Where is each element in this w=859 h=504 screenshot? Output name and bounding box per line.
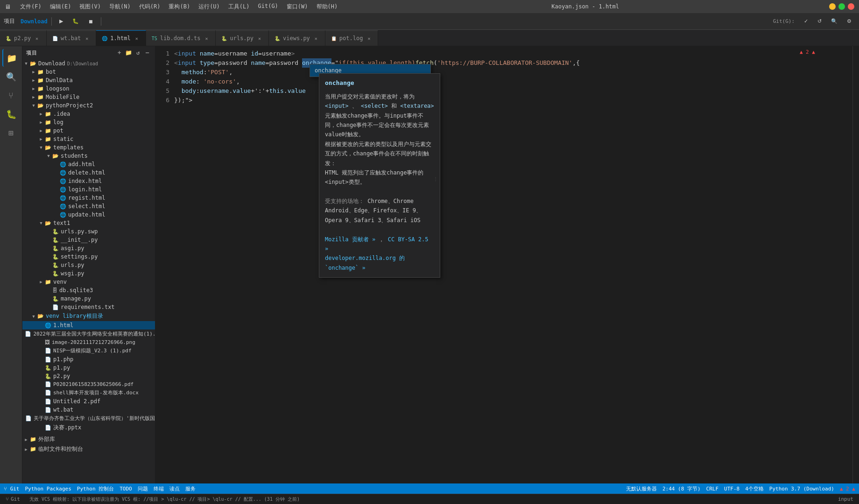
status-python-console[interactable]: Python 控制台	[77, 485, 114, 492]
tree-item-venv[interactable]: ▶ 📁 venv	[22, 278, 155, 286]
docs-source-link[interactable]: developer.mozilla.org 的 `onchange` »	[325, 255, 405, 271]
tab-close-viewspy[interactable]: ✕	[313, 35, 319, 42]
tree-item-templates[interactable]: ▼ 📂 templates	[22, 143, 155, 152]
menu-nav[interactable]: 导航(N)	[106, 2, 134, 12]
tree-item-shellfile[interactable]: ▶ 📄 shell脚本开发项目-发布版本.docx	[22, 388, 155, 397]
minimize-button[interactable]: —	[829, 3, 836, 10]
tree-item-untitled2[interactable]: ▶ 📄 Untitled 2.pdf	[22, 397, 155, 406]
menu-window[interactable]: 窗口(W)	[283, 2, 312, 12]
menu-tools[interactable]: 工具(L)	[225, 2, 253, 12]
tree-item-venv-lib[interactable]: ▼ 📂 venv library根目录	[22, 311, 155, 321]
maximize-button[interactable]: □	[838, 3, 845, 10]
menu-git[interactable]: Git(G)	[254, 2, 282, 12]
tree-item-loogson[interactable]: ▶ 📁 loogson	[22, 84, 155, 93]
status-spaces[interactable]: 4个空格	[745, 485, 764, 492]
status-charset[interactable]: UTF-8	[724, 486, 739, 492]
tab-p2py[interactable]: 🐍 p2.py ✕	[0, 30, 47, 46]
tree-item-extlib[interactable]: ▶ 📁 外部库	[22, 434, 155, 444]
activity-extensions[interactable]: ⊞	[2, 124, 20, 141]
tree-item-mobilefile[interactable]: ▶ 📁 MobileFile	[22, 93, 155, 101]
tree-item-urlspyswp[interactable]: ▶ 🐍 urls.py.swp	[22, 227, 155, 236]
status-line-col[interactable]: 2:44 (8 字节)	[662, 485, 701, 492]
activity-explorer[interactable]: 📁	[2, 49, 20, 67]
tree-item-settingspy[interactable]: ▶ 🐍 settings.py	[22, 252, 155, 261]
tree-item-download[interactable]: ▼ 📂 Download D:\Download	[22, 59, 155, 68]
tree-item-1html-selected[interactable]: ▶ 🌐 1.html	[22, 321, 155, 329]
status-problems[interactable]: 问题	[138, 485, 148, 492]
tab-wtbat[interactable]: 📄 wt.bat ✕	[47, 30, 96, 46]
tree-item-univ[interactable]: ▶ 📄 关于举办齐鲁工业大学（山东省科学院）'新时代版国	[22, 414, 155, 423]
activity-git[interactable]: ⑂	[2, 86, 20, 104]
tab-close-p2py[interactable]: ✕	[34, 35, 40, 42]
settings-button[interactable]: ⚙	[843, 17, 855, 26]
tree-item-dwnldata[interactable]: ▶ 📁 DwnlData	[22, 76, 155, 84]
menu-view[interactable]: 视图(V)	[76, 2, 105, 12]
tree-item-idea[interactable]: ▶ 📁 .idea	[22, 110, 155, 118]
activity-search[interactable]: 🔍	[2, 68, 20, 85]
tree-item-students[interactable]: ▼ 📂 students	[22, 152, 155, 160]
status-git[interactable]: ⑂ Git	[4, 486, 20, 492]
sidebar-new-folder[interactable]: 📁	[125, 49, 133, 56]
sidebar-new-file[interactable]: +	[116, 49, 123, 56]
status-python-version[interactable]: Python 3.7 (Download)	[769, 486, 834, 492]
tree-item-asgipy[interactable]: ▶ 🐍 asgi.py	[22, 244, 155, 252]
menu-bar[interactable]: 文件(F) 编辑(E) 视图(V) 导航(N) 代码(R) 重构(B) 运行(U…	[16, 2, 341, 12]
tree-item-pdffile[interactable]: ▶ 📄 P020210615823530625066.pdf	[22, 380, 155, 388]
tree-item-log[interactable]: ▶ 📁 log	[22, 118, 155, 126]
bottom-git[interactable]: ⑂ Git	[4, 496, 22, 502]
tree-item-p2pyfile[interactable]: ▶ 🐍 p2.py	[22, 372, 155, 380]
menu-help[interactable]: 帮助(H)	[313, 2, 342, 12]
tree-item-deletehtml[interactable]: ▶ 🌐 delete.html	[22, 168, 155, 177]
menu-edit[interactable]: 编辑(E)	[46, 2, 75, 12]
tab-urlspy[interactable]: 🐍 urls.py ✕	[216, 30, 269, 46]
tree-item-static[interactable]: ▶ 📁 static	[22, 135, 155, 143]
tree-item-initpy[interactable]: ▶ 🐍 __init__.py	[22, 236, 155, 244]
run-button[interactable]: ▶	[56, 17, 67, 26]
tree-item-managepy[interactable]: ▶ 🐍 manage.py	[22, 294, 155, 303]
close-button[interactable]: ✕	[848, 3, 854, 10]
sidebar-refresh[interactable]: ↺	[134, 49, 142, 56]
tree-item-text1[interactable]: ▼ 📂 text1	[22, 219, 155, 227]
menu-refactor[interactable]: 重构(B)	[165, 2, 194, 12]
tree-item-p1pyfile[interactable]: ▶ 🐍 p1.py	[22, 364, 155, 372]
tab-libdom[interactable]: TS lib.dom.d.ts ✕	[146, 30, 216, 46]
tab-potlog[interactable]: 📋 pot.log ✕	[325, 30, 379, 46]
status-read[interactable]: 读点	[169, 485, 180, 492]
tree-item-wsgipy[interactable]: ▶ 🐍 wsgi.py	[22, 269, 155, 278]
tree-item-tmpfiles[interactable]: ▶ 📁 临时文件和控制台	[22, 444, 155, 454]
tree-item-final[interactable]: ▶ 📄 决赛.pptx	[22, 423, 155, 433]
status-no-server[interactable]: 无默认服务器	[626, 485, 657, 492]
tab-1html[interactable]: 🌐 1.html ✕	[96, 30, 146, 46]
tab-viewspy[interactable]: 🐍 views.py ✕	[269, 30, 325, 46]
status-python-packages[interactable]: Python Packages	[25, 486, 71, 492]
tree-item-requirementstxt[interactable]: ▶ 📄 requirements.txt	[22, 303, 155, 311]
search-button[interactable]: 🔍	[827, 17, 841, 26]
tab-close-libdom[interactable]: ✕	[203, 35, 210, 42]
git-refresh-button[interactable]: ↺	[814, 17, 825, 26]
tab-close-1html[interactable]: ✕	[134, 35, 140, 42]
debug-button[interactable]: 🐛	[69, 17, 83, 26]
menu-code[interactable]: 代码(R)	[135, 2, 164, 12]
status-end[interactable]: 终端	[154, 485, 164, 492]
tree-item-wtbatfile[interactable]: ▶ 📄 wt.bat	[22, 406, 155, 414]
git-check-button[interactable]: ✓	[800, 17, 812, 26]
tree-item-pythonproject2[interactable]: ▼ 📂 pythonProject2	[22, 101, 155, 110]
tree-item-addhtml[interactable]: ▶ 🌐 add.html	[22, 160, 155, 168]
tree-item-updatehtml[interactable]: ▶ 🌐 update.html	[22, 210, 155, 219]
tree-item-nispfile[interactable]: ▶ 📄 NISP一级模拟题_V2.3 (1).pdf	[22, 346, 155, 355]
tree-item-indexhtml[interactable]: ▶ 🌐 index.html	[22, 177, 155, 185]
activity-debug[interactable]: 🐛	[2, 105, 20, 123]
stop-button[interactable]: ⏹	[84, 17, 97, 26]
tree-item-pot[interactable]: ▶ 📁 pot	[22, 126, 155, 135]
tree-item-bot[interactable]: ▶ 📁 bot	[22, 68, 155, 76]
tab-close-potlog[interactable]: ✕	[366, 35, 372, 42]
status-service[interactable]: 服务	[185, 485, 196, 492]
tree-item-dbsqlite3[interactable]: ▶ 🗄 db.sqlite3	[22, 286, 155, 294]
menu-file[interactable]: 文件(F)	[16, 2, 45, 12]
docs-mozilla-link[interactable]: Mozilla 贡献者 »	[325, 236, 375, 243]
tree-item-loginhtml[interactable]: ▶ 🌐 login.html	[22, 185, 155, 194]
status-todo[interactable]: TODO	[120, 486, 132, 492]
tab-close-wtbat[interactable]: ✕	[84, 35, 90, 42]
tree-item-registhtml[interactable]: ▶ 🌐 regist.html	[22, 194, 155, 202]
menu-run[interactable]: 运行(U)	[195, 2, 224, 12]
